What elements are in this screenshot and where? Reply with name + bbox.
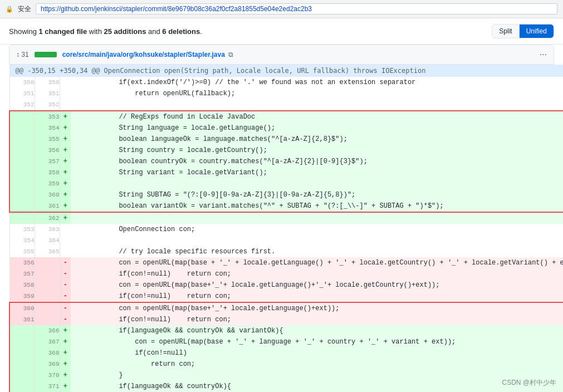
expand-icon[interactable]: ↕ 31	[16, 51, 29, 58]
old-line-num	[9, 134, 35, 145]
new-line-num	[35, 257, 60, 268]
line-code	[71, 178, 563, 189]
new-line-num: 370	[35, 370, 60, 381]
line-sign: -	[60, 268, 71, 280]
unified-button[interactable]: Unified	[520, 24, 554, 38]
line-sign: +	[60, 359, 71, 370]
table-row: 353363 OpenConnection con;	[9, 224, 563, 235]
line-sign: +	[60, 167, 71, 178]
line-sign: +	[60, 336, 71, 347]
file-header: ↕ 31 core/src/main/java/org/kohsuke/stap…	[9, 45, 554, 65]
line-code: con = openURL(map(base + '_' + locale.ge…	[71, 257, 563, 268]
line-code: String country = locale.getCountry();	[71, 145, 563, 156]
new-line-num	[35, 268, 60, 280]
old-line-num	[9, 359, 35, 370]
old-line-num: 352	[9, 99, 35, 111]
line-sign: +	[60, 212, 71, 224]
table-row: 361- if(con!=null) return con;	[9, 314, 563, 325]
line-sign	[60, 99, 71, 111]
table-row: 367+ con = openURL(map(base + '_' + lang…	[9, 336, 563, 347]
line-code	[71, 99, 563, 111]
line-sign: +	[60, 200, 71, 212]
line-sign: +	[60, 111, 71, 122]
new-line-num: 362	[35, 212, 60, 224]
line-code: boolean languageOk = language.matches("^…	[71, 134, 563, 145]
table-row: 357+ boolean countryOk = country.matches…	[9, 156, 563, 167]
old-line-num: 357	[9, 268, 35, 280]
new-line-num	[35, 280, 60, 291]
table-row: 366+ if(languageOk && countryOk && varia…	[9, 325, 563, 336]
file-header-left: ↕ 31 core/src/main/java/org/kohsuke/stap…	[16, 51, 233, 58]
copy-icon[interactable]: ⧉	[228, 51, 233, 58]
line-code: con = openURL(map(base+'_'+ locale.getLa…	[71, 280, 563, 291]
new-line-num: 368	[35, 347, 60, 359]
line-sign: -	[60, 302, 71, 314]
line-code: // try locale specific resources first.	[71, 246, 563, 257]
diff-wrapper: @@ -350,15 +350,34 @@ OpenConnection ope…	[0, 65, 563, 392]
old-line-num	[9, 111, 35, 122]
watermark: CSDN @村中少年	[502, 378, 556, 388]
table-row: 362+	[9, 212, 563, 224]
old-line-num: 361	[9, 314, 35, 325]
old-line-num: 350	[9, 77, 35, 88]
file-path[interactable]: core/src/main/java/org/kohsuke/stapler/S…	[62, 51, 225, 58]
line-code: if(con!=null) return con;	[71, 314, 563, 325]
new-line-num: 359	[35, 178, 60, 189]
line-sign	[60, 77, 71, 88]
line-sign	[60, 224, 71, 235]
split-button[interactable]: Split	[492, 24, 519, 38]
table-row: 350350 if(ext.indexOf('/')>=0) // the '.…	[9, 77, 563, 88]
line-code: String SUBTAG = "(?:[0-9][0-9a-zA-Z]{3}|…	[71, 189, 563, 200]
new-line-num: 353	[35, 111, 60, 122]
line-sign: +	[60, 178, 71, 189]
table-row: 355365 // try locale specific resources …	[9, 246, 563, 257]
new-line-num: 357	[35, 156, 60, 167]
new-line-num: 360	[35, 189, 60, 200]
new-line-num: 356	[35, 145, 60, 156]
more-options-icon[interactable]: ···	[540, 50, 547, 60]
line-sign: +	[60, 370, 71, 381]
additions-bar	[35, 52, 57, 57]
new-line-num: 354	[35, 122, 60, 134]
line-sign: +	[60, 134, 71, 145]
line-sign: -	[60, 291, 71, 302]
new-line-num	[35, 291, 60, 302]
browser-bar: 🔒 安全 https://github.com/jenkinsci/staple…	[0, 0, 563, 18]
hunk-header-row: @@ -350,15 +350,34 @@ OpenConnection ope…	[9, 65, 563, 77]
table-row: 370+ }	[9, 370, 563, 381]
table-row: 353+ // RegExps found in Locale JavaDoc	[9, 111, 563, 122]
old-line-num	[9, 178, 35, 189]
new-line-num: 355	[35, 134, 60, 145]
old-line-num	[9, 189, 35, 200]
new-line-num: 352	[35, 99, 60, 111]
table-row: 356+ String country = locale.getCountry(…	[9, 145, 563, 156]
line-sign	[60, 246, 71, 257]
new-line-num: 367	[35, 336, 60, 347]
old-line-num	[9, 381, 35, 392]
new-line-num: 371	[35, 381, 60, 392]
line-code: if(ext.indexOf('/')>=0) // the '.' we fo…	[71, 77, 563, 88]
old-line-num: 356	[9, 257, 35, 268]
line-code: if(con!=null) return con;	[71, 291, 563, 302]
old-line-num	[9, 167, 35, 178]
table-row: 355+ boolean languageOk = language.match…	[9, 134, 563, 145]
table-row: 360+ String SUBTAG = "(?:[0-9][0-9a-zA-Z…	[9, 189, 563, 200]
line-sign: -	[60, 314, 71, 325]
line-code: String variant = locale.getVariant();	[71, 167, 563, 178]
line-sign: +	[60, 347, 71, 359]
old-line-num	[9, 336, 35, 347]
table-row: 352352	[9, 99, 563, 111]
url-bar[interactable]: https://github.com/jenkinsci/stapler/com…	[36, 3, 557, 14]
line-sign	[60, 88, 71, 99]
line-code: boolean countryOk = country.matches("^[a…	[71, 156, 563, 167]
line-sign: -	[60, 280, 71, 291]
new-line-num: 358	[35, 167, 60, 178]
old-line-num	[9, 347, 35, 359]
line-sign: +	[60, 145, 71, 156]
old-line-num: 360	[9, 302, 35, 314]
old-line-num	[9, 325, 35, 336]
new-line-num	[35, 314, 60, 325]
old-line-num	[9, 145, 35, 156]
old-line-num: 355	[9, 246, 35, 257]
table-row: 368+ if(con!=null)	[9, 347, 563, 359]
